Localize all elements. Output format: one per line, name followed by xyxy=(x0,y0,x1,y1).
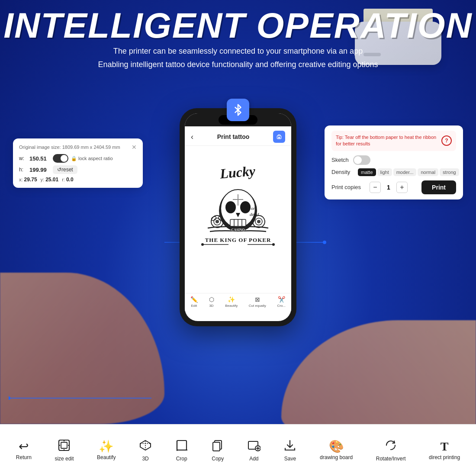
x-value[interactable]: 29.75 xyxy=(24,177,37,183)
copy-label: Copy xyxy=(212,456,224,462)
app-tool-beautify[interactable]: ✨ Beautify xyxy=(225,296,238,308)
width-label: w: xyxy=(19,155,27,161)
crop-label: Crop xyxy=(176,456,187,462)
toolbar-crop[interactable]: Crop xyxy=(173,439,191,462)
y-label: y: xyxy=(41,177,45,182)
direct-printing-icon: T xyxy=(441,441,449,453)
bluetooth-icon xyxy=(227,99,249,121)
beautify-label: Beautify xyxy=(97,454,116,460)
tip-text: Tip: Tear off the bottom paper to heat t… xyxy=(336,134,438,148)
density-row: Density matte light moder... normal stro… xyxy=(331,168,456,176)
app-tool-crop[interactable]: ✂️ Cro... xyxy=(277,296,286,308)
r-value[interactable]: 0.0 xyxy=(66,177,74,183)
size-edit-panel: Original image size: 1809.69 mm x 2404.5… xyxy=(13,138,143,188)
density-moder[interactable]: moder... xyxy=(393,168,417,176)
print-settings-panel: Tip: Tear off the bottom paper to heat t… xyxy=(325,125,463,199)
app-tool-3d[interactable]: ⬡ 3D xyxy=(209,296,214,308)
tip-icon: ? xyxy=(441,135,452,146)
sketch-row: Sketch xyxy=(331,155,456,165)
sketch-toggle[interactable] xyxy=(353,155,370,165)
density-label: Density xyxy=(331,169,355,175)
svg-point-22 xyxy=(257,220,261,223)
toolbar-add[interactable]: Add xyxy=(245,439,263,462)
svg-point-32 xyxy=(9,396,10,400)
svg-text:THE KING OF POKER: THE KING OF POKER xyxy=(205,237,271,243)
svg-point-27 xyxy=(201,243,204,246)
density-options: matte light moder... normal strong xyxy=(358,168,459,176)
3d-label: 3D xyxy=(142,456,148,462)
phone-mockup: ‹ Print tattoo xyxy=(180,108,296,326)
drawing-board-icon: 🎨 xyxy=(329,441,344,453)
crop-icon xyxy=(175,439,188,454)
subtitle-2: Enabling intelligent tattoo device funct… xyxy=(0,59,476,70)
toolbar-direct-printing[interactable]: T direct printing xyxy=(426,441,463,460)
drawing-board-label: drawing board xyxy=(320,454,353,460)
x-label: x: xyxy=(19,177,23,182)
density-matte[interactable]: matte xyxy=(358,168,376,176)
header: INTELLIGENT OPERATION The printer can be… xyxy=(0,0,476,70)
app-bottom-toolbar: ✏️ Edit ⬡ 3D ✨ Beautify ⊠ Cut equally xyxy=(185,293,291,311)
size-edit-label: size edit xyxy=(55,456,74,462)
connector-left xyxy=(9,385,156,411)
width-value[interactable]: 150.51 xyxy=(29,155,50,162)
toolbar-save[interactable]: Save xyxy=(281,439,299,462)
toolbar-3d[interactable]: 3D xyxy=(136,439,154,462)
svg-rect-43 xyxy=(213,442,220,451)
reset-button[interactable]: ↺reset xyxy=(53,165,77,174)
size-panel-close-button[interactable]: ✕ xyxy=(132,144,137,151)
rotate-invert-label: Rotate/Invert xyxy=(376,456,406,462)
print-button[interactable]: Print xyxy=(421,180,456,194)
svg-point-17 xyxy=(215,220,219,223)
rotate-icon xyxy=(384,439,397,454)
svg-text:CASINO: CASINO xyxy=(231,228,244,232)
app-back-button[interactable]: ‹ xyxy=(191,132,193,142)
toolbar-drawing-board[interactable]: 🎨 drawing board xyxy=(317,441,355,460)
app-tool-edit[interactable]: ✏️ Edit xyxy=(190,296,198,308)
direct-printing-label: direct printing xyxy=(429,454,460,460)
beautify-icon: ✨ xyxy=(99,441,114,453)
copies-plus-button[interactable]: + xyxy=(396,182,408,193)
bottom-toolbar: ↩ Return size edit ✨ Beautify 3D xyxy=(0,424,476,476)
copies-minus-button[interactable]: − xyxy=(370,182,381,193)
copy-icon xyxy=(211,439,224,454)
size-panel-title: Original image size: 1809.69 mm x 2404.5… xyxy=(19,145,120,150)
lock-aspect-toggle[interactable] xyxy=(53,154,68,163)
copies-value: 1 xyxy=(384,184,393,191)
svg-point-5 xyxy=(225,201,236,213)
3d-icon xyxy=(139,439,152,454)
svg-point-30 xyxy=(323,241,326,244)
toolbar-beautify[interactable]: ✨ Beautify xyxy=(94,441,118,460)
app-tool-cut[interactable]: ⊠ Cut equally xyxy=(249,296,266,308)
add-icon xyxy=(248,439,261,454)
density-strong[interactable]: strong xyxy=(440,168,459,176)
density-light[interactable]: light xyxy=(377,168,392,176)
svg-point-6 xyxy=(240,201,251,213)
toolbar-size-edit[interactable]: size edit xyxy=(52,439,76,462)
svg-rect-34 xyxy=(61,442,67,448)
app-header: ‹ Print tattoo xyxy=(185,126,291,146)
sketch-label: Sketch xyxy=(331,157,349,163)
app-print-icon[interactable] xyxy=(273,131,285,143)
tip-row: Tip: Tear off the bottom paper to heat t… xyxy=(331,131,456,151)
toolbar-rotate-invert[interactable]: Rotate/Invert xyxy=(373,439,408,462)
lock-aspect-label: 🔒 lock aspect ratio xyxy=(71,156,113,161)
return-icon: ↩ xyxy=(19,441,29,453)
print-copies-label: Print copies xyxy=(331,184,366,190)
tattoo-canvas[interactable]: Lucky xyxy=(185,146,291,293)
svg-text:Lucky: Lucky xyxy=(219,163,256,181)
toolbar-return[interactable]: ↩ Return xyxy=(13,441,34,460)
height-label: h: xyxy=(19,167,27,173)
toolbar-copy[interactable]: Copy xyxy=(209,439,227,462)
height-value[interactable]: 199.99 xyxy=(29,167,50,173)
density-normal[interactable]: normal xyxy=(418,168,438,176)
svg-text:or: or xyxy=(251,206,256,211)
save-icon xyxy=(283,439,296,454)
svg-point-28 xyxy=(272,243,275,246)
svg-rect-33 xyxy=(59,440,69,450)
size-edit-icon xyxy=(58,439,71,454)
app-title: Print tattoo xyxy=(217,133,250,140)
return-label: Return xyxy=(16,454,32,460)
tattoo-image: Lucky xyxy=(195,154,281,284)
r-label: r: xyxy=(62,177,65,182)
y-value[interactable]: 25.01 xyxy=(45,177,58,183)
